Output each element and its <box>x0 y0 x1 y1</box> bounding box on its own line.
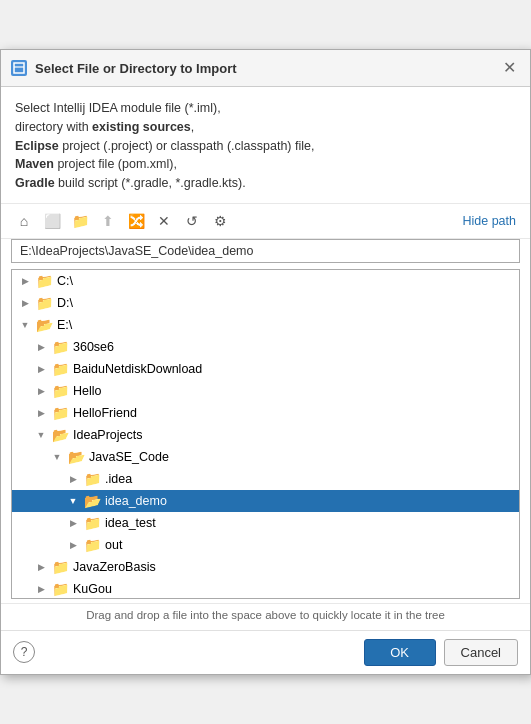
cancel-button[interactable]: Cancel <box>444 639 518 666</box>
svg-rect-0 <box>14 63 24 73</box>
folder-icon: 📁 <box>52 559 69 575</box>
expand-arrow-icon <box>66 474 80 484</box>
tree-item[interactable]: 📂IdeaProjects <box>12 424 519 446</box>
tree-item-label: IdeaProjects <box>73 428 142 442</box>
tree-item-label: JavaSE_Code <box>89 450 169 464</box>
toolbar: ⌂ ⬜ 📁 ⬆ 🔀 ✕ ↺ ⚙ Hide path <box>1 204 530 239</box>
main-dialog: Select File or Directory to Import ✕ Sel… <box>0 49 531 675</box>
tree-item-label: KuGou <box>73 582 112 596</box>
tree-item[interactable]: 📂idea_demo <box>12 490 519 512</box>
tree-item[interactable]: 📂E:\ <box>12 314 519 336</box>
refresh-button[interactable]: ↺ <box>179 209 205 233</box>
tree-item-label: C:\ <box>57 274 73 288</box>
collapse-icon: 🔀 <box>128 213 145 229</box>
expand-arrow-icon <box>34 562 48 572</box>
new-folder-button[interactable]: 📁 <box>67 209 93 233</box>
desc-line4: Maven project file (pom.xml), <box>15 155 516 174</box>
home-icon: ⌂ <box>20 213 28 229</box>
tree-item[interactable]: 📁idea_test <box>12 512 519 534</box>
folder-icon: 📁 <box>52 383 69 399</box>
refresh-icon: ↺ <box>186 213 198 229</box>
tree-item-label: 360se6 <box>73 340 114 354</box>
settings-icon: ⚙ <box>214 213 227 229</box>
dialog-title: Select File or Directory to Import <box>35 61 237 76</box>
up-icon: ⬆ <box>102 213 114 229</box>
description-area: Select Intellij IDEA module file (*.iml)… <box>1 87 530 204</box>
expand-arrow-icon <box>34 430 48 440</box>
folder-icon: 📁 <box>52 339 69 355</box>
tree-item[interactable]: 📁Hello <box>12 380 519 402</box>
folder-icon: 📁 <box>36 295 53 311</box>
expand-arrow-icon <box>34 364 48 374</box>
tree-item-label: Hello <box>73 384 102 398</box>
new-folder-icon: 📁 <box>72 213 89 229</box>
expand-arrow-icon <box>50 452 64 462</box>
footer: ? OK Cancel <box>1 630 530 674</box>
delete-button[interactable]: ✕ <box>151 209 177 233</box>
folder-icon: 📂 <box>84 493 101 509</box>
desc-line5: Gradle build script (*.gradle, *.gradle.… <box>15 174 516 193</box>
path-bar: E:\IdeaProjects\JavaSE_Code\idea_demo <box>11 239 520 263</box>
desc-line1: Select Intellij IDEA module file (*.iml)… <box>15 99 516 118</box>
expand-arrow-icon <box>66 540 80 550</box>
drag-hint: Drag and drop a file into the space abov… <box>1 603 530 626</box>
expand-arrow-icon <box>66 518 80 528</box>
folder-icon: 📁 <box>52 361 69 377</box>
expand-arrow-icon <box>34 386 48 396</box>
folder-icon: 📁 <box>84 537 101 553</box>
folder-icon: 📁 <box>52 405 69 421</box>
tree-item-label: BaiduNetdiskDownload <box>73 362 202 376</box>
title-bar-left: Select File or Directory to Import <box>11 60 237 76</box>
tree-item[interactable]: 📁.idea <box>12 468 519 490</box>
tree-item-label: out <box>105 538 122 552</box>
tree-item[interactable]: 📁360se6 <box>12 336 519 358</box>
expand-arrow-icon <box>34 584 48 594</box>
up-button[interactable]: ⬆ <box>95 209 121 233</box>
tree-item[interactable]: 📁C:\ <box>12 270 519 292</box>
file-tree[interactable]: 📁C:\📁D:\📂E:\📁360se6📁BaiduNetdiskDownload… <box>11 269 520 599</box>
tree-item[interactable]: 📁D:\ <box>12 292 519 314</box>
expand-arrow-icon <box>18 276 32 286</box>
tree-item-label: HelloFriend <box>73 406 137 420</box>
desktop-icon: ⬜ <box>44 213 61 229</box>
tree-item-label: JavaZeroBasis <box>73 560 156 574</box>
tree-item-label: E:\ <box>57 318 72 332</box>
desktop-button[interactable]: ⬜ <box>39 209 65 233</box>
tree-item-label: .idea <box>105 472 132 486</box>
tree-item-label: idea_demo <box>105 494 167 508</box>
hide-path-button[interactable]: Hide path <box>458 212 520 230</box>
folder-icon: 📁 <box>84 471 101 487</box>
expand-arrow-icon <box>18 298 32 308</box>
desc-line2: directory with existing sources, <box>15 118 516 137</box>
tree-item[interactable]: 📁out <box>12 534 519 556</box>
expand-arrow-icon <box>34 408 48 418</box>
settings-button[interactable]: ⚙ <box>207 209 233 233</box>
delete-icon: ✕ <box>158 213 170 229</box>
folder-icon: 📂 <box>52 427 69 443</box>
expand-arrow-icon <box>18 320 32 330</box>
tree-item[interactable]: 📁KuGou <box>12 578 519 599</box>
folder-icon: 📁 <box>84 515 101 531</box>
tree-item[interactable]: 📁HelloFriend <box>12 402 519 424</box>
tree-item[interactable]: 📂JavaSE_Code <box>12 446 519 468</box>
title-bar: Select File or Directory to Import ✕ <box>1 50 530 87</box>
expand-arrow-icon <box>66 496 80 506</box>
close-button[interactable]: ✕ <box>499 58 520 78</box>
tree-item-label: D:\ <box>57 296 73 310</box>
home-button[interactable]: ⌂ <box>11 209 37 233</box>
folder-icon: 📁 <box>52 581 69 597</box>
help-button[interactable]: ? <box>13 641 35 663</box>
tree-item[interactable]: 📁JavaZeroBasis <box>12 556 519 578</box>
tree-item[interactable]: 📁BaiduNetdiskDownload <box>12 358 519 380</box>
tree-item-label: idea_test <box>105 516 156 530</box>
ok-button[interactable]: OK <box>364 639 436 666</box>
desc-line3: Eclipse project (.project) or classpath … <box>15 137 516 156</box>
collapse-button[interactable]: 🔀 <box>123 209 149 233</box>
folder-icon: 📂 <box>36 317 53 333</box>
folder-icon: 📂 <box>68 449 85 465</box>
expand-arrow-icon <box>34 342 48 352</box>
dialog-icon <box>11 60 27 76</box>
folder-icon: 📁 <box>36 273 53 289</box>
